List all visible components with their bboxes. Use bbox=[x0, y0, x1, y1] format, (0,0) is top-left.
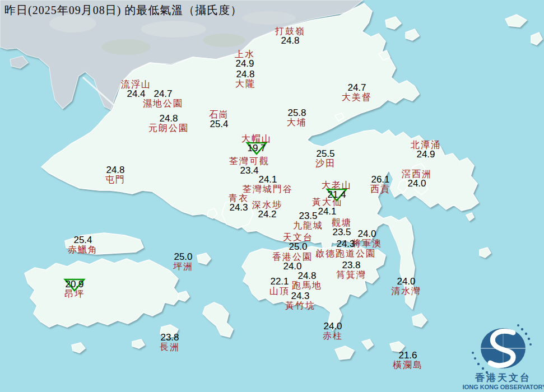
station-hong-kong-park: 香港公園24.0 bbox=[272, 252, 313, 272]
station-shing-mun-valley: 24.1荃灣城門谷 bbox=[243, 175, 293, 194]
station-value: 23.8 bbox=[160, 333, 180, 342]
station-value: 23.5 bbox=[332, 227, 352, 237]
station-ngong-ping: 20.9昂坪 bbox=[64, 279, 85, 299]
station-label: 九龍城 bbox=[293, 221, 323, 230]
station-label: 清水灣 bbox=[391, 287, 421, 296]
station-tai-mo-shan: 大帽山19.7 bbox=[241, 134, 272, 153]
station-pak-tam-chung: 北潭涌24.9 bbox=[411, 140, 441, 160]
station-value: 24.9 bbox=[235, 59, 255, 68]
station-label: 黃竹坑 bbox=[285, 301, 315, 310]
station-value: 25.0 bbox=[173, 252, 193, 262]
station-value: 24.0 bbox=[352, 229, 382, 239]
station-clear-water-bay: 24.0清水灣 bbox=[391, 277, 421, 296]
station-sha-tin: 25.5沙田 bbox=[315, 149, 336, 169]
hong-kong-observatory-logo: 香港天文台 HONG KONG OBSERVATORY bbox=[463, 320, 544, 392]
station-label: 跑馬地 bbox=[292, 281, 322, 290]
station-label: 北潭涌 bbox=[411, 141, 441, 150]
station-value: 24.9 bbox=[411, 150, 441, 159]
station-label: 橫瀾島 bbox=[393, 361, 423, 370]
min-temperature-map: 昨日(2025年09月08日) 的最低氣溫（攝氏度） 打鼓嶺24.8上水24.9… bbox=[0, 0, 544, 392]
station-label: 打鼓嶺 bbox=[275, 27, 305, 36]
station-label: 筲箕灣 bbox=[336, 270, 366, 279]
station-label: 荃灣可觀 bbox=[229, 157, 269, 166]
station-kowloon-city: 23.5九龍城 bbox=[293, 211, 323, 231]
station-label: 大埔 bbox=[287, 118, 307, 127]
station-label: 大隴 bbox=[235, 80, 255, 88]
station-label: 元朗公園 bbox=[148, 124, 189, 133]
station-sham-shui-po: 深水埗24.2 bbox=[252, 200, 282, 220]
station-label: 大美督 bbox=[342, 93, 372, 102]
station-cheung-chau: 23.8長洲 bbox=[160, 333, 180, 352]
station-value: 24.3 bbox=[285, 291, 315, 301]
station-value: 24.8 bbox=[148, 114, 189, 123]
station-value: 24.1 bbox=[243, 175, 293, 184]
station-value: 21.6 bbox=[393, 351, 423, 360]
station-value: 24.0 bbox=[391, 277, 421, 286]
station-tai-po: 25.8大埔 bbox=[287, 108, 307, 128]
station-tai-mei-tuk: 24.7大美督 bbox=[342, 83, 372, 102]
station-tsing-yi: 青衣24.3 bbox=[229, 193, 249, 213]
station-value: 25.5 bbox=[315, 149, 336, 158]
station-value: 23.5 bbox=[293, 211, 323, 221]
station-label: 流浮山 bbox=[121, 80, 151, 89]
station-value: 25.4 bbox=[209, 119, 229, 129]
station-value: 24.7 bbox=[143, 89, 183, 99]
station-value: 24.8 bbox=[235, 69, 255, 79]
station-waglan-island: 21.6橫瀾島 bbox=[393, 351, 423, 370]
station-label: 西貢 bbox=[370, 185, 390, 194]
station-sai-kung: 26.1西貢 bbox=[370, 175, 390, 194]
logo-english-name: HONG KONG OBSERVATORY bbox=[463, 384, 544, 390]
station-label: 屯門 bbox=[105, 175, 125, 184]
station-value: 24.0 bbox=[402, 179, 432, 188]
station-label: 天文台 bbox=[283, 233, 313, 242]
station-label: 黃大仙 bbox=[312, 198, 342, 207]
map-title: 昨日(2025年09月08日) 的最低氣溫（攝氏度） bbox=[4, 3, 242, 18]
station-label: 沙田 bbox=[315, 159, 336, 168]
station-label: 香港公園 bbox=[272, 253, 313, 262]
station-value: 24.8 bbox=[105, 165, 125, 175]
station-value: 24.8 bbox=[292, 271, 322, 281]
station-label: 啟德跑道公園 bbox=[315, 249, 376, 258]
station-value: 23.8 bbox=[336, 260, 366, 270]
station-tsuen-wan-ho-koon: 荃灣可觀23.4 bbox=[229, 156, 269, 176]
station-tuen-mun: 24.8屯門 bbox=[105, 165, 125, 185]
station-value: 24.0 bbox=[323, 321, 343, 331]
station-value: 25.4 bbox=[68, 235, 98, 245]
station-label: 滘西洲 bbox=[402, 170, 432, 179]
station-value: 26.1 bbox=[370, 175, 390, 184]
station-kwun-tong: 觀塘23.5 bbox=[332, 218, 352, 237]
station-label: 赤鱲角 bbox=[68, 245, 98, 254]
station-value: 25.8 bbox=[287, 108, 307, 118]
logo-chinese-name: 香港天文台 bbox=[475, 372, 531, 383]
station-label: 坪洲 bbox=[173, 262, 193, 271]
station-label: 長洲 bbox=[160, 343, 180, 352]
station-label: 昂坪 bbox=[64, 290, 85, 298]
station-label: 石崗 bbox=[209, 110, 229, 119]
station-value: 24.8 bbox=[275, 36, 305, 45]
station-value: 25.0 bbox=[283, 242, 313, 251]
station-label: 深水埗 bbox=[252, 200, 282, 209]
station-happy-valley: 24.8跑馬地 bbox=[292, 271, 322, 291]
station-value: 19.7 bbox=[241, 143, 272, 153]
station-label: 濕地公園 bbox=[143, 99, 183, 108]
station-sheung-shui: 上水24.9 bbox=[235, 49, 255, 69]
station-peng-chau: 25.0坪洲 bbox=[173, 252, 193, 272]
station-value: 24.3 bbox=[229, 203, 249, 212]
station-chek-lap-kok: 25.4赤鱲角 bbox=[68, 235, 98, 255]
station-wong-chuk-hang: 24.3黃竹坑 bbox=[285, 291, 315, 311]
station-label: 觀塘 bbox=[332, 218, 352, 227]
station-yuen-long-park: 24.8元朗公園 bbox=[148, 114, 189, 133]
station-label: 大帽山 bbox=[241, 134, 272, 143]
station-value: 22.1 bbox=[269, 277, 290, 286]
station-label: 荃灣城門谷 bbox=[243, 185, 293, 194]
station-label: 上水 bbox=[235, 50, 255, 59]
station-value: 24.7 bbox=[342, 83, 372, 92]
station-kau-sai-chau: 滘西洲24.0 bbox=[402, 169, 432, 189]
station-wetland-park: 24.7濕地公園 bbox=[143, 89, 183, 109]
station-stanley: 24.0赤柱 bbox=[323, 321, 343, 341]
station-label: 赤柱 bbox=[323, 332, 343, 340]
station-shek-kong: 石崗25.4 bbox=[209, 110, 229, 129]
station-label: 青衣 bbox=[229, 194, 249, 203]
station-shau-kei-wan: 23.8筲箕灣 bbox=[336, 260, 366, 280]
station-label: 大老山 bbox=[322, 181, 352, 190]
